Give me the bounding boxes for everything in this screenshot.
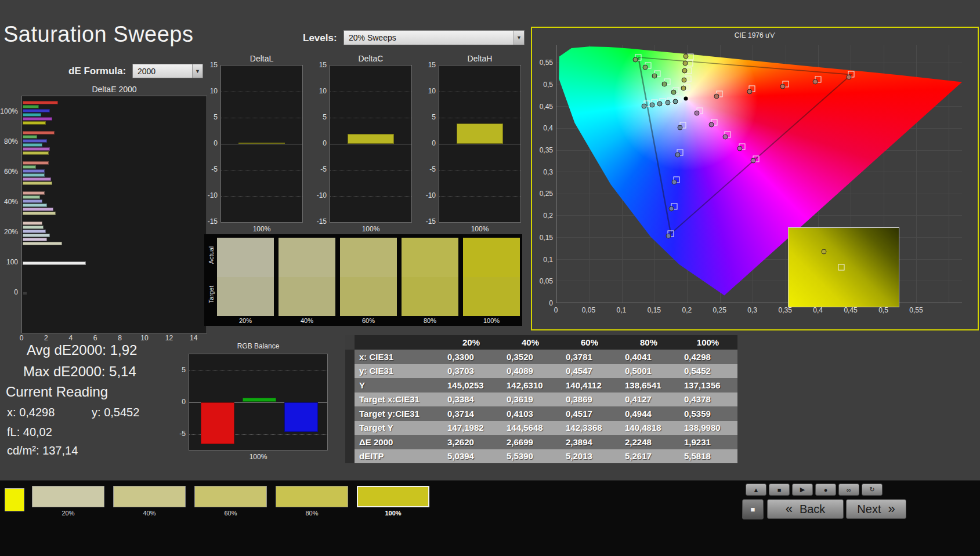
axis-tick-label: -10 bbox=[208, 191, 218, 199]
patch-label: 60% bbox=[194, 510, 267, 517]
axis-tick-label: 0,1 bbox=[617, 306, 627, 314]
avg-de-stat: Avg dE2000: 1,92 bbox=[27, 342, 137, 358]
table-cell: 144,5648 bbox=[501, 423, 560, 433]
transport-stop-button[interactable]: ■ bbox=[769, 484, 790, 496]
axis-tick-label: 14 bbox=[190, 334, 197, 342]
table-row: dEITP5,03945,53905,20135,26175,5818 bbox=[345, 449, 737, 464]
chevron-down-icon: ▼ bbox=[192, 64, 202, 78]
axis-tick-label: 2 bbox=[44, 334, 48, 342]
x-label: x: bbox=[7, 406, 16, 419]
de-bar bbox=[23, 221, 42, 225]
deltah-chart bbox=[439, 65, 521, 223]
measured-marker bbox=[657, 101, 663, 106]
de-formula-dropdown[interactable]: 2000 ▼ bbox=[132, 64, 203, 78]
de-formula-label: dE Formula: bbox=[68, 66, 126, 77]
de-bar bbox=[23, 151, 49, 155]
de-bar bbox=[23, 242, 62, 245]
axis-tick-label: 6 bbox=[93, 334, 97, 342]
table-cell: 142,3368 bbox=[560, 423, 619, 433]
target-swatch bbox=[217, 277, 274, 316]
patch-swatch[interactable] bbox=[113, 486, 186, 507]
next-button[interactable]: Next » bbox=[846, 499, 906, 519]
measured-marker bbox=[669, 206, 674, 212]
axis-tick-label: 10 bbox=[210, 87, 218, 95]
max-de-stat: Max dE2000: 5,14 bbox=[23, 364, 136, 380]
axis-tick-label: 0,5 bbox=[543, 81, 553, 89]
target-swatch bbox=[402, 277, 458, 316]
avg-de-value: 1,92 bbox=[110, 342, 138, 358]
axis-tick-label: 0,2 bbox=[543, 212, 553, 220]
measured-marker bbox=[846, 74, 851, 79]
table-cell: 0,4517 bbox=[560, 409, 619, 419]
row-label: Y bbox=[355, 380, 442, 390]
de2000-y-axis: 100%80%60%40%20%1000 bbox=[0, 96, 19, 333]
axis-tick-label: 10 bbox=[428, 87, 436, 95]
table-cell: 140,4112 bbox=[560, 380, 619, 390]
transport-loop-button[interactable]: ∞ bbox=[838, 484, 859, 496]
table-cell: 2,3894 bbox=[560, 437, 619, 447]
transport-play-button[interactable]: ▶ bbox=[792, 484, 813, 496]
axis-tick-label: 0 bbox=[549, 299, 553, 307]
gridline bbox=[221, 118, 302, 118]
transport-refresh-button[interactable]: ↻ bbox=[862, 484, 883, 496]
axis-tick-label: 0,05 bbox=[540, 277, 553, 285]
table-header-row: 20%40%60%80%100% bbox=[345, 335, 737, 350]
transport-record-button[interactable]: ● bbox=[815, 484, 836, 496]
deltac-x-label: 100% bbox=[330, 225, 412, 233]
de-axis-group-label: 20% bbox=[4, 228, 18, 236]
de-bar bbox=[23, 101, 58, 104]
patch-swatch[interactable] bbox=[194, 486, 267, 507]
table-cell: 5,5818 bbox=[678, 451, 737, 461]
current-y-stat: y: 0,5452 bbox=[92, 406, 139, 419]
axis-tick-label: 0 bbox=[323, 139, 327, 147]
transport-play-icon: ▶ bbox=[800, 486, 805, 493]
axis-tick-label: 0 bbox=[214, 139, 218, 147]
transport-controls: ▲■▶●∞↻ bbox=[746, 484, 891, 496]
rgb-balance-y-axis: 50-5 bbox=[172, 354, 187, 450]
table-cell: 0,3781 bbox=[560, 352, 619, 362]
target-marker bbox=[838, 264, 845, 271]
gridline bbox=[221, 170, 302, 170]
stop-button[interactable]: ■ bbox=[742, 499, 764, 519]
table-row: Target y:CIE310,37140,41030,45170,49440,… bbox=[345, 406, 737, 421]
deltac-chart bbox=[330, 65, 412, 223]
gridline bbox=[221, 196, 302, 197]
swatch-column-label: 40% bbox=[279, 317, 335, 324]
patch-swatch[interactable] bbox=[276, 486, 348, 507]
axis-tick-label: 15 bbox=[210, 61, 218, 69]
deltal-y-axis: 151050-5-10-15 bbox=[203, 65, 219, 223]
gridline bbox=[330, 170, 411, 170]
de-bar bbox=[23, 161, 49, 165]
table-cell: 0,4089 bbox=[501, 366, 560, 376]
swatch-column-label: 100% bbox=[463, 317, 520, 324]
axis-tick-label: 5 bbox=[182, 366, 186, 374]
de-formula-value: 2000 bbox=[138, 67, 156, 76]
de-bar bbox=[23, 105, 39, 108]
patch-label: 80% bbox=[276, 510, 348, 517]
patch-swatch[interactable] bbox=[357, 486, 429, 507]
axis-tick-label: 0 bbox=[182, 398, 186, 406]
back-button[interactable]: « Back bbox=[767, 499, 844, 519]
de-bar bbox=[23, 173, 45, 177]
patch-swatch[interactable] bbox=[32, 486, 104, 507]
transport-up-button[interactable]: ▲ bbox=[746, 484, 766, 496]
axis-tick-label: 4 bbox=[68, 334, 73, 342]
deltah-chart-title: DeltaH bbox=[439, 54, 521, 63]
table-header: 100% bbox=[678, 337, 737, 347]
measured-marker bbox=[780, 84, 786, 89]
table-header: 60% bbox=[560, 337, 619, 347]
levels-dropdown[interactable]: 20% Sweeps ▼ bbox=[343, 30, 525, 45]
x-value: 0,4298 bbox=[19, 406, 55, 419]
avg-de-label: Avg dE2000: bbox=[27, 342, 106, 358]
table-cell: 2,2248 bbox=[619, 437, 678, 447]
current-reading-title: Current Reading bbox=[6, 384, 108, 400]
target-swatch bbox=[463, 277, 520, 316]
table-row: Target x:CIE310,33840,36190,38690,41270,… bbox=[345, 393, 737, 407]
measured-marker bbox=[714, 94, 719, 99]
measured-marker bbox=[821, 249, 826, 254]
actual-swatch bbox=[402, 238, 458, 277]
axis-tick-label: 10 bbox=[319, 87, 327, 95]
rgb-bar bbox=[201, 402, 234, 445]
axis-tick-label: 5 bbox=[432, 113, 436, 121]
measured-marker bbox=[678, 125, 683, 130]
